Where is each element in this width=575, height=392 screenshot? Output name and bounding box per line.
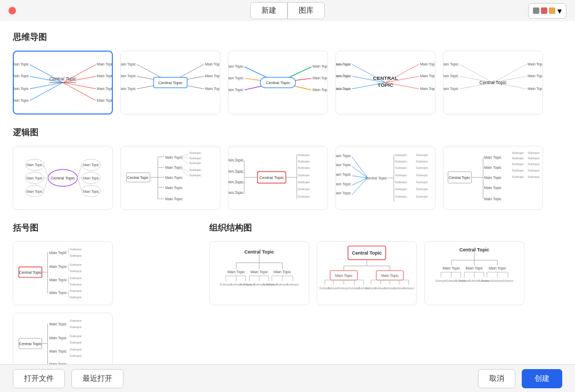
cancel-button[interactable]: 取消 bbox=[478, 369, 515, 388]
tab-new[interactable]: 新建 bbox=[250, 2, 288, 19]
svg-text:Main Topic: Main Topic bbox=[27, 163, 43, 167]
bracket-grid: Central Topic Main Topic Main Topic Main… bbox=[13, 241, 209, 377]
svg-text:Subtopic: Subtopic bbox=[395, 187, 407, 191]
bottom-right-actions: 取消 创建 bbox=[478, 369, 562, 388]
svg-line-95 bbox=[78, 178, 82, 191]
svg-text:Main Topic: Main Topic bbox=[14, 62, 29, 67]
svg-text:Main Topic: Main Topic bbox=[250, 270, 268, 274]
template-lg5[interactable]: Central Topic Main Topic Main Topic Main… bbox=[443, 146, 543, 210]
template-org2[interactable]: Central Topic Main Topic Main Topic bbox=[317, 241, 417, 305]
template-lg1[interactable]: Central Topic Main Topic Main Topic Main… bbox=[13, 146, 113, 210]
open-file-button[interactable]: 打开文件 bbox=[13, 369, 65, 388]
svg-text:Subtopic: Subtopic bbox=[70, 276, 82, 280]
template-mm4[interactable]: CENTRAL TOPIC Main Topic Main Topic Main… bbox=[335, 51, 436, 115]
svg-text:Main Topic: Main Topic bbox=[165, 156, 183, 160]
svg-text:Main Topic: Main Topic bbox=[313, 76, 327, 80]
svg-text:Main Topic: Main Topic bbox=[336, 154, 351, 158]
bottom-bar: 打开文件 最近打开 取消 创建 bbox=[0, 364, 575, 392]
svg-text:Main Topic: Main Topic bbox=[121, 87, 136, 91]
svg-text:Subtopic: Subtopic bbox=[512, 169, 524, 172]
svg-text:Subtopic: Subtopic bbox=[70, 283, 82, 286]
svg-line-146 bbox=[352, 157, 368, 178]
svg-text:Subtopic: Subtopic bbox=[70, 254, 82, 257]
template-lg2[interactable]: Central Topic Main Topic Main Topic Main… bbox=[120, 146, 220, 210]
svg-text:Subtopic: Subtopic bbox=[70, 341, 82, 344]
main-tabs: 新建 图库 bbox=[250, 2, 325, 19]
svg-line-2 bbox=[30, 83, 63, 89]
svg-text:Subtopic: Subtopic bbox=[298, 195, 310, 198]
svg-text:Subtopic: Subtopic bbox=[528, 157, 540, 160]
svg-text:Main Topic: Main Topic bbox=[83, 176, 100, 181]
template-br1[interactable]: Central Topic Main Topic Main Topic Main… bbox=[13, 241, 113, 305]
svg-text:Central Topic: Central Topic bbox=[365, 176, 387, 181]
template-lg3[interactable]: Central Topic Main Topic Main Topic Main… bbox=[228, 146, 328, 210]
svg-text:Subtopic: Subtopic bbox=[416, 153, 428, 157]
svg-text:Main Topic: Main Topic bbox=[528, 74, 543, 78]
theme-selector[interactable]: ▾ bbox=[528, 3, 566, 19]
tab-gallery[interactable]: 图库 bbox=[288, 2, 325, 19]
template-mm5[interactable]: Central Topic Main Topic Main Topic Main… bbox=[443, 51, 543, 115]
svg-text:Maia Topic: Maia Topic bbox=[336, 75, 351, 78]
svg-text:Main Topic: Main Topic bbox=[165, 176, 183, 180]
template-lg4[interactable]: Main Topic Main Topic Main Topic Main To… bbox=[335, 146, 436, 210]
svg-text:Main Topic: Main Topic bbox=[488, 266, 506, 271]
svg-text:Main Topic: Main Topic bbox=[484, 197, 502, 201]
svg-text:Subtopic: Subtopic bbox=[298, 153, 310, 157]
svg-text:Subtopic: Subtopic bbox=[403, 287, 414, 290]
svg-text:Main Topic: Main Topic bbox=[484, 156, 502, 160]
svg-text:Central Topic: Central Topic bbox=[479, 80, 507, 85]
svg-text:Main Topic: Main Topic bbox=[420, 87, 435, 91]
svg-text:Subtopic: Subtopic bbox=[70, 248, 82, 251]
svg-text:Main Topic: Main Topic bbox=[465, 266, 483, 271]
svg-text:Subtopic: Subtopic bbox=[395, 195, 407, 198]
svg-text:Central Topic: Central Topic bbox=[352, 250, 382, 256]
svg-text:Main Topic: Main Topic bbox=[205, 74, 220, 78]
svg-text:Main Topic: Main Topic bbox=[228, 169, 244, 174]
svg-text:Central Topic: Central Topic bbox=[449, 176, 471, 180]
recent-files-button[interactable]: 最近打开 bbox=[71, 369, 124, 388]
svg-text:Main Topic: Main Topic bbox=[165, 186, 183, 190]
svg-text:Main Topic: Main Topic bbox=[27, 176, 43, 181]
svg-text:Central Topic: Central Topic bbox=[51, 176, 75, 181]
svg-line-90 bbox=[44, 165, 48, 178]
svg-line-6 bbox=[63, 83, 96, 89]
svg-text:Main Topic: Main Topic bbox=[227, 270, 245, 274]
svg-text:Main Topic: Main Topic bbox=[443, 74, 459, 78]
svg-text:Main Topic: Main Topic bbox=[336, 173, 351, 177]
svg-text:Subtopic: Subtopic bbox=[70, 296, 82, 299]
traffic-light-close[interactable] bbox=[9, 7, 16, 14]
theme-chevron: ▾ bbox=[557, 6, 562, 16]
svg-line-7 bbox=[63, 83, 96, 101]
svg-text:Subtopic: Subtopic bbox=[416, 166, 428, 169]
svg-text:Subtopic: Subtopic bbox=[286, 283, 299, 286]
svg-text:Central Topic: Central Topic bbox=[50, 76, 77, 81]
template-org3[interactable]: Central Topic Main Topic Main Topic Main… bbox=[424, 241, 524, 305]
svg-text:Subtopic: Subtopic bbox=[528, 175, 540, 178]
svg-text:Subtopic: Subtopic bbox=[395, 166, 407, 169]
svg-text:Main Topic: Main Topic bbox=[443, 87, 459, 91]
svg-text:Subtopic: Subtopic bbox=[70, 354, 82, 357]
svg-text:Main Topic: Main Topic bbox=[97, 99, 112, 103]
create-button[interactable]: 创建 bbox=[522, 369, 562, 388]
svg-text:Main Topic: Main Topic bbox=[121, 62, 136, 67]
svg-text:Main Topic: Main Topic bbox=[14, 87, 29, 91]
svg-text:Main Topic: Main Topic bbox=[165, 197, 183, 201]
svg-line-150 bbox=[352, 178, 368, 194]
template-org1[interactable]: Central Topic Main Topic Main Topic Main… bbox=[209, 241, 309, 305]
template-mm3[interactable]: Central Topic Main Topic Main Topic Main… bbox=[228, 51, 328, 115]
svg-text:Subtopic: Subtopic bbox=[395, 174, 407, 177]
svg-text:Subtopic: Subtopic bbox=[70, 334, 82, 338]
svg-text:Main Topic: Main Topic bbox=[336, 182, 351, 186]
template-mm1[interactable]: Central Topic Main Topic Main Topic Main… bbox=[13, 51, 113, 115]
svg-text:Main Topic: Main Topic bbox=[313, 64, 327, 69]
svg-text:Main Topic: Main Topic bbox=[484, 176, 502, 180]
svg-line-119 bbox=[179, 167, 188, 176]
svg-text:Subtopic: Subtopic bbox=[70, 289, 82, 292]
svg-text:Main Topic: Main Topic bbox=[336, 163, 351, 167]
svg-text:Central Topic: Central Topic bbox=[19, 341, 42, 346]
theme-dots bbox=[533, 7, 555, 14]
svg-text:Subtopic: Subtopic bbox=[189, 161, 201, 165]
svg-text:TOPIC: TOPIC bbox=[377, 82, 393, 88]
template-mm2[interactable]: Central Topic Main Topic Main Topic Main… bbox=[120, 51, 220, 115]
section-title-mindmap: 思维导图 bbox=[13, 32, 562, 43]
